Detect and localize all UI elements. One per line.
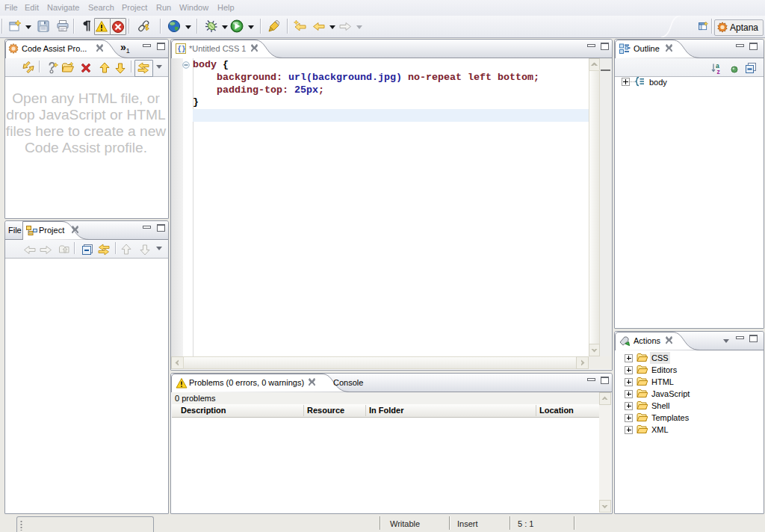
- svg-text:{}: {}: [178, 46, 186, 53]
- svg-text:z: z: [717, 68, 720, 75]
